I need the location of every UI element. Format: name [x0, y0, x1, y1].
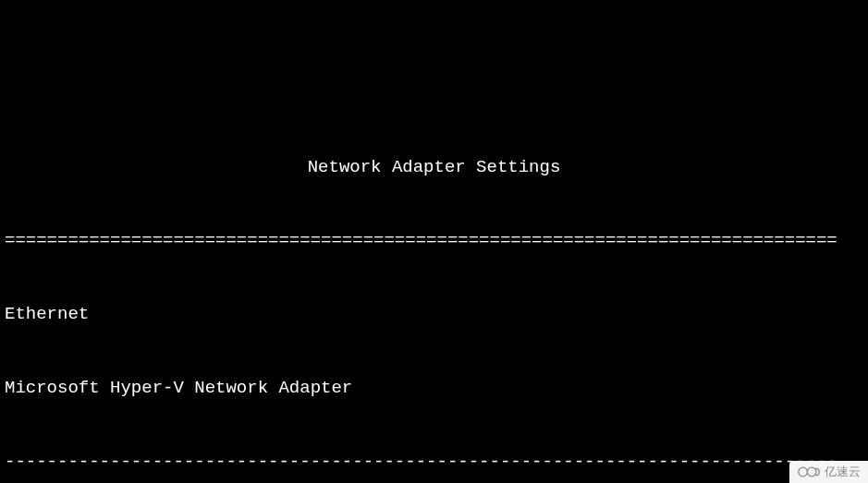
page-title: Network Adapter Settings — [5, 155, 863, 180]
divider-double: ========================================… — [5, 228, 863, 253]
svg-point-0 — [799, 467, 808, 477]
divider-single: ----------------------------------------… — [5, 450, 863, 475]
adapter-name: Ethernet — [5, 302, 863, 327]
watermark: 亿速云 — [789, 461, 868, 483]
watermark-text: 亿速云 — [825, 464, 861, 480]
terminal-screen: Network Adapter Settings ===============… — [0, 98, 868, 483]
watermark-logo-icon — [797, 465, 821, 479]
adapter-description: Microsoft Hyper-V Network Adapter — [5, 376, 863, 401]
